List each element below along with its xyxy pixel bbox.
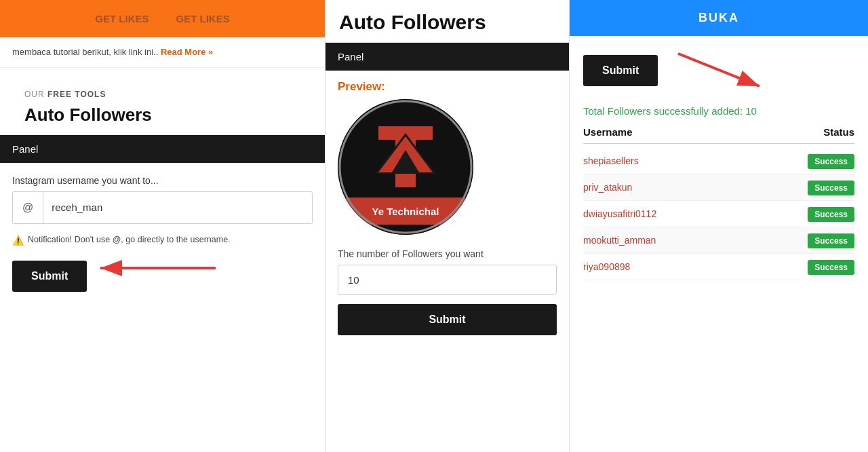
row-status: Success [773, 234, 854, 246]
success-badge: Success [808, 154, 854, 169]
get-likes-link-2[interactable]: GET LIKES [176, 13, 230, 24]
success-badge: Success [808, 207, 854, 222]
table-row: dwiayusafitri0112 Success [583, 201, 854, 227]
our-tools-label: OUR FREE TOOLS [12, 79, 313, 102]
arrow-to-submit [94, 251, 229, 285]
right-submit-area: Submit [570, 36, 868, 100]
followers-count-label: The number of Followers you want [326, 243, 569, 265]
table-row: riya090898 Success [583, 254, 854, 280]
row-status: Success [773, 208, 854, 220]
middle-submit-button[interactable]: Submit [338, 304, 557, 335]
col-username-header: Username [583, 126, 773, 138]
profile-image: Ye Technichal [338, 99, 473, 235]
svg-text:Ye Technichal: Ye Technichal [372, 206, 439, 217]
row-username: riya090898 [583, 261, 773, 272]
success-badge: Success [808, 181, 854, 195]
count-input-wrapper [338, 265, 557, 295]
intro-text: membaca tutorial berikut, klik link ini.… [0, 37, 325, 68]
right-submit-button[interactable]: Submit [583, 55, 658, 86]
table-header: Username Status [583, 126, 854, 144]
left-panel-header: Panel [0, 135, 325, 163]
notification-box: ⚠️ Notification! Don't use @, go directl… [12, 231, 313, 250]
username-input[interactable] [43, 192, 312, 223]
svg-line-10 [678, 54, 760, 86]
top-bar: GET LIKES GET LIKES [0, 0, 325, 37]
left-page-title: Auto Followers [12, 102, 313, 135]
middle-panel: Auto Followers Panel Preview: Ye Technic… [326, 0, 570, 452]
row-status: Success [773, 155, 854, 167]
right-top-bar: BUKA [570, 0, 868, 36]
table-row: priv_atakun Success [583, 174, 854, 201]
preview-label: Preview: [326, 71, 569, 99]
profile-logo-svg: Ye Technichal [338, 99, 473, 235]
username-form-label: Instagram username you want to... [12, 175, 313, 186]
at-symbol: @ [13, 192, 43, 223]
middle-panel-header: Panel [326, 43, 569, 71]
success-badge: Success [808, 260, 854, 275]
count-input[interactable] [348, 274, 547, 286]
arrow-container [671, 47, 854, 94]
read-more-link[interactable]: Read More » [161, 47, 213, 57]
row-username: mookutti_amman [583, 235, 773, 246]
table-row: shepiasellers Success [583, 148, 854, 174]
row-status: Success [773, 181, 854, 193]
arrow-svg [671, 47, 807, 94]
left-panel: GET LIKES GET LIKES membaca tutorial ber… [0, 0, 326, 452]
col-status-header: Status [773, 126, 854, 138]
results-table: Username Status shepiasellers Success pr… [570, 126, 868, 452]
warning-icon: ⚠️ [12, 235, 24, 246]
row-status: Success [773, 261, 854, 273]
row-username: dwiayusafitri0112 [583, 208, 773, 219]
row-username: priv_atakun [583, 182, 773, 193]
right-panel: BUKA Submit Total Followers successfully… [570, 0, 868, 452]
left-submit-button[interactable]: Submit [12, 261, 87, 292]
row-username: shepiasellers [583, 155, 773, 166]
get-likes-link-1[interactable]: GET LIKES [95, 13, 149, 24]
middle-page-title: Auto Followers [326, 0, 569, 43]
success-badge: Success [808, 233, 854, 248]
left-form-section: Instagram username you want to... @ ⚠️ N… [0, 163, 325, 300]
table-body: shepiasellers Success priv_atakun Succes… [583, 148, 854, 280]
username-input-wrapper: @ [12, 191, 313, 224]
buka-button[interactable]: BUKA [671, 7, 766, 29]
table-row: mookutti_amman Success [583, 227, 854, 254]
notification-text: Notification! Don't use @, go directly t… [28, 235, 231, 244]
success-count-text: Total Followers successfully added: 10 [570, 100, 868, 126]
